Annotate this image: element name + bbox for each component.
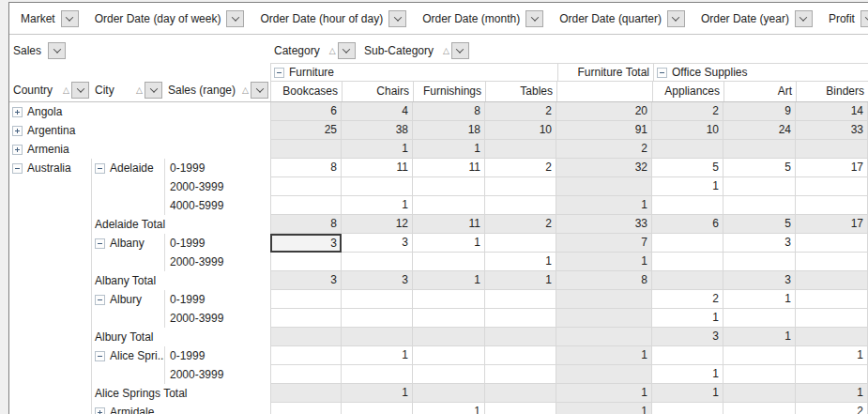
pivot-cell[interactable]	[485, 177, 556, 196]
row-member-country[interactable]	[9, 177, 91, 196]
pivot-cell[interactable]: 6	[270, 102, 342, 121]
column-header-binders[interactable]: Binders	[797, 82, 868, 101]
pivot-cell[interactable]: 3	[652, 328, 723, 346]
collapse-icon[interactable]	[12, 163, 23, 174]
pivot-cell[interactable]: 1	[485, 253, 556, 271]
pivot-cell[interactable]: 2	[652, 102, 723, 121]
row-member-city[interactable]	[91, 102, 164, 121]
row-member-city[interactable]	[91, 177, 164, 196]
pivot-cell[interactable]	[556, 309, 652, 328]
column-dim-sub-category[interactable]: Sub-Category △	[364, 41, 469, 60]
pivot-cell[interactable]	[796, 253, 868, 271]
pivot-cell[interactable]	[485, 290, 556, 309]
pivot-cell[interactable]	[270, 365, 342, 384]
row-member-country[interactable]	[9, 328, 91, 346]
pivot-cell[interactable]	[796, 365, 868, 384]
pivot-cell[interactable]: 2	[485, 215, 556, 234]
row-member-country[interactable]	[9, 215, 91, 234]
pivot-cell[interactable]: 1	[556, 253, 652, 271]
row-total-label[interactable]: Albury Total	[91, 328, 270, 346]
pivot-cell[interactable]: 1	[413, 140, 485, 159]
pivot-cell[interactable]	[652, 234, 723, 253]
sort-ascending-icon[interactable]: △	[136, 86, 143, 95]
column-header-appliances[interactable]: Appliances	[653, 82, 724, 101]
row-member-range[interactable]: 0-1999	[164, 234, 270, 253]
collapse-icon[interactable]	[657, 68, 667, 78]
pivot-cell[interactable]	[796, 177, 868, 196]
pivot-cell[interactable]: 11	[342, 159, 413, 177]
filter-order-date-quarter-[interactable]: Order Date (quarter)	[559, 10, 685, 27]
pivot-cell[interactable]: 1	[652, 309, 723, 328]
column-header-furnishings[interactable]: Furnishings	[414, 82, 486, 101]
row-member-range[interactable]: 2000-3999	[164, 365, 270, 384]
row-member-city[interactable]: Alice Spri...	[91, 346, 164, 365]
pivot-cell[interactable]: 1	[413, 403, 485, 414]
pivot-cell[interactable]: 1	[556, 384, 652, 403]
dropdown-button[interactable]	[48, 42, 66, 59]
pivot-cell[interactable]: 1	[652, 384, 723, 403]
row-member-range[interactable]: 2000-3999	[164, 253, 270, 271]
pivot-cell[interactable]	[413, 177, 485, 196]
row-member-country[interactable]	[9, 309, 91, 328]
dropdown-button[interactable]	[860, 10, 868, 27]
pivot-cell[interactable]	[485, 196, 556, 215]
pivot-cell[interactable]: 1	[556, 403, 652, 414]
row-member-range[interactable]	[164, 121, 270, 140]
pivot-cell[interactable]	[342, 290, 413, 309]
pivot-cell[interactable]	[723, 346, 796, 365]
pivot-cell[interactable]: 3	[270, 271, 342, 290]
row-member-city[interactable]	[91, 121, 164, 140]
dropdown-button[interactable]	[71, 82, 89, 99]
pivot-cell[interactable]	[485, 309, 556, 328]
pivot-cell[interactable]	[342, 328, 413, 346]
pivot-cell[interactable]	[796, 196, 868, 215]
pivot-cell[interactable]: 33	[796, 121, 868, 140]
pivot-cell[interactable]	[652, 346, 723, 365]
pivot-cell[interactable]: 5	[723, 215, 796, 234]
pivot-cell[interactable]: 8	[270, 159, 342, 177]
pivot-cell[interactable]: 1	[413, 234, 485, 253]
pivot-cell[interactable]: 25	[270, 121, 342, 140]
sort-ascending-icon[interactable]: △	[63, 86, 69, 95]
pivot-cell[interactable]: 8	[556, 271, 652, 290]
dropdown-button[interactable]	[226, 10, 244, 27]
dropdown-button[interactable]	[667, 10, 685, 27]
row-member-country[interactable]: Armenia	[9, 140, 91, 159]
pivot-cell[interactable]: 2	[652, 290, 723, 309]
pivot-cell[interactable]	[723, 177, 796, 196]
pivot-cell[interactable]	[413, 309, 485, 328]
pivot-cell[interactable]	[270, 196, 342, 215]
row-member-range[interactable]: 2000-3999	[164, 177, 270, 196]
pivot-cell[interactable]: 14	[796, 102, 868, 121]
collapse-icon[interactable]	[95, 163, 105, 174]
dropdown-button[interactable]	[61, 10, 79, 27]
pivot-cell[interactable]	[723, 384, 796, 403]
pivot-cell[interactable]	[652, 140, 723, 159]
filter-market[interactable]: Market	[21, 10, 79, 27]
column-dim-category[interactable]: Category △	[274, 41, 356, 60]
pivot-cell[interactable]: 32	[556, 159, 652, 177]
pivot-cell[interactable]	[485, 234, 556, 253]
pivot-cell[interactable]	[485, 346, 556, 365]
pivot-cell[interactable]: 9	[723, 102, 796, 121]
dropdown-button[interactable]	[795, 10, 813, 27]
column-header-bookcases[interactable]: Bookcases	[271, 82, 343, 101]
sort-ascending-icon[interactable]: △	[242, 86, 249, 95]
pivot-cell[interactable]: 10	[652, 121, 723, 140]
dropdown-button[interactable]	[388, 10, 406, 27]
dropdown-button[interactable]	[451, 42, 469, 59]
pivot-cell[interactable]: 8	[270, 215, 342, 234]
pivot-cell[interactable]	[342, 365, 413, 384]
pivot-cell[interactable]	[796, 234, 868, 253]
collapse-icon[interactable]	[95, 238, 105, 249]
collapse-icon[interactable]	[95, 351, 105, 361]
row-member-country[interactable]: Argentina	[9, 121, 91, 140]
pivot-cell[interactable]	[270, 290, 342, 309]
pivot-cell[interactable]: 38	[342, 121, 413, 140]
pivot-cell[interactable]	[342, 309, 413, 328]
pivot-cell[interactable]	[342, 403, 413, 414]
pivot-cell[interactable]	[485, 365, 556, 384]
pivot-cell[interactable]	[342, 253, 413, 271]
row-member-range[interactable]: 0-1999	[164, 290, 270, 309]
row-member-city[interactable]: Albury	[91, 290, 164, 309]
